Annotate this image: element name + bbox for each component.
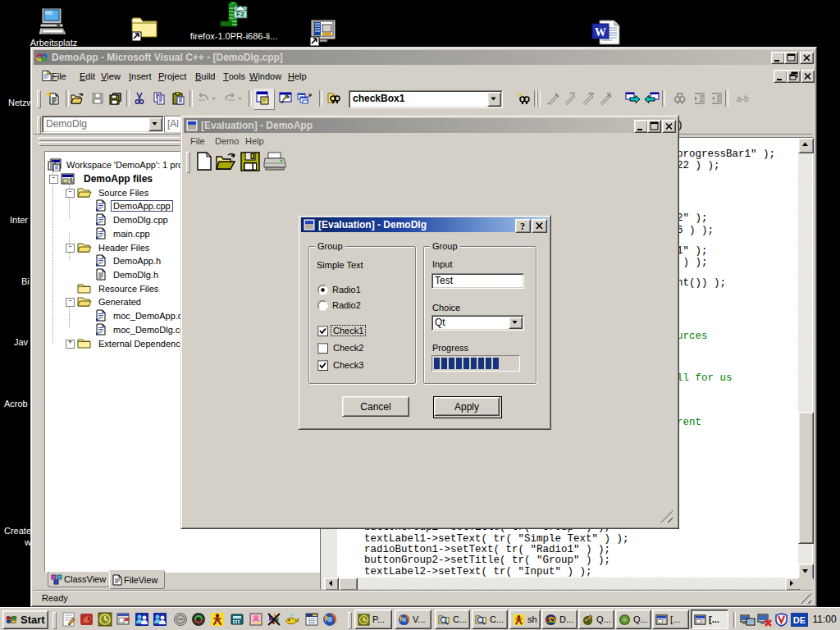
- desktop-icon-firefox-archive[interactable]: Fz firefox-1.0PR-i686-li...: [187, 2, 281, 41]
- quicklaunch-calculator[interactable]: [230, 612, 244, 627]
- vc-minimize-button[interactable]: [771, 52, 785, 64]
- radio1[interactable]: Radio1: [317, 284, 408, 296]
- scroll-left-button[interactable]: [324, 578, 339, 591]
- check3[interactable]: Check3: [317, 358, 408, 372]
- apply-button[interactable]: Apply: [433, 396, 502, 418]
- code-comment-fragment[interactable]: ll for us: [677, 373, 733, 384]
- tree-item-demoapp-h[interactable]: DemoApp.h: [95, 253, 162, 267]
- code-comment-fragment[interactable]: rent: [677, 418, 701, 428]
- menu-tools[interactable]: Tools: [223, 65, 245, 87]
- tree-item-generated[interactable]: Generated: [77, 294, 143, 308]
- task-button-10-active[interactable]: [...: [691, 609, 728, 629]
- goto-next-button[interactable]: [623, 89, 641, 107]
- resize-grip[interactable]: [800, 592, 811, 604]
- eval-minimize-button[interactable]: [634, 120, 648, 133]
- outdent-button[interactable]: [708, 89, 726, 107]
- start-button[interactable]: Start: [2, 610, 48, 629]
- open-file-button[interactable]: [68, 89, 86, 107]
- menu-build[interactable]: Build: [195, 65, 215, 87]
- eval-menu-help[interactable]: Help: [245, 133, 264, 149]
- dialog-titlebar[interactable]: [Evaluation] - DemoDlg ?: [301, 217, 548, 232]
- wizard-action-1-button[interactable]: [544, 89, 562, 107]
- mdi-close-button[interactable]: [801, 70, 815, 83]
- quicklaunch-fish[interactable]: [285, 612, 299, 627]
- code-fragment[interactable]: progressBar1" );: [677, 149, 775, 160]
- taskbar-grip[interactable]: [52, 612, 57, 629]
- indent-button[interactable]: [691, 89, 709, 107]
- code-fragment[interactable]: 6 ) );: [677, 226, 714, 236]
- find-button[interactable]: [670, 89, 688, 107]
- task-button-3[interactable]: C...: [435, 609, 470, 629]
- task-button-7[interactable]: Q...: [578, 609, 614, 629]
- object-id-combo[interactable]: checkBox1: [349, 90, 503, 108]
- menu-view[interactable]: View: [101, 65, 121, 87]
- desktop-icon-display[interactable]: [308, 19, 338, 46]
- check1[interactable]: Check1: [317, 324, 408, 338]
- tray-network-icon[interactable]: [740, 614, 756, 627]
- tray-network-error-icon[interactable]: [757, 614, 773, 627]
- class-combo[interactable]: DemoDlg: [42, 116, 164, 133]
- editor-hscrollbar[interactable]: [321, 578, 798, 589]
- check2[interactable]: Check2: [317, 341, 408, 355]
- menu-insert[interactable]: Insert: [129, 65, 152, 87]
- tree-item-moc-demodlg[interactable]: moc_DemoDlg.cp: [95, 322, 186, 336]
- tree-item-demoapp-cpp[interactable]: DemoApp.cpp: [95, 199, 173, 212]
- quicklaunch-form-window[interactable]: [116, 612, 131, 627]
- eval-titlebar[interactable]: [Evaluation] - DemoApp: [184, 118, 674, 133]
- menu-file[interactable]: File: [52, 65, 66, 87]
- find-in-files-button[interactable]: [324, 89, 342, 107]
- eval-save-button[interactable]: [239, 151, 262, 172]
- desktop-icon-word-doc[interactable]: W: [591, 20, 621, 45]
- quicklaunch-pinwheel[interactable]: [267, 612, 281, 627]
- eval-print-button[interactable]: [262, 151, 287, 172]
- goto-prev-button[interactable]: [641, 89, 660, 107]
- classview-tab[interactable]: ClassView: [48, 572, 110, 587]
- choice-combo[interactable]: Qt: [431, 315, 524, 331]
- menu-edit[interactable]: Edit: [80, 65, 95, 87]
- eval-menu-demo[interactable]: Demo: [215, 133, 239, 149]
- code-fragment[interactable]: 2" );: [677, 213, 708, 224]
- find-symbol-button[interactable]: ?: [514, 89, 532, 107]
- tree-item-header-files[interactable]: Header Files: [77, 240, 151, 254]
- quicklaunch-figure[interactable]: [210, 612, 225, 627]
- copy-button[interactable]: [150, 89, 168, 107]
- tree-item-external-dependencies[interactable]: External Dependencie: [77, 336, 189, 350]
- dialog-editor-button[interactable]: [253, 89, 275, 110]
- quicklaunch-dark-swirl[interactable]: [191, 612, 206, 627]
- radio2[interactable]: Radio2: [317, 299, 408, 312]
- dialog-close-button[interactable]: [532, 219, 547, 233]
- task-button-5[interactable]: sh: [509, 609, 541, 629]
- wizard-action-4-button[interactable]: [596, 89, 614, 107]
- dialog-help-button[interactable]: ?: [515, 219, 531, 233]
- taskbar-clock[interactable]: 11:00: [809, 608, 840, 630]
- quicklaunch-users-2[interactable]: [153, 612, 167, 627]
- quicklaunch-users-1[interactable]: [135, 612, 149, 627]
- input-field[interactable]: Test: [431, 273, 524, 289]
- menu-help[interactable]: Help: [288, 65, 307, 87]
- tree-item-main-cpp[interactable]: main.cpp: [95, 226, 152, 240]
- eval-new-button[interactable]: [194, 151, 215, 172]
- desktop-icon-folder[interactable]: [130, 13, 158, 41]
- save-all-button[interactable]: [106, 89, 124, 107]
- editor-vscrollbar[interactable]: [798, 138, 812, 578]
- tree-item-workspace-root[interactable]: Workspace 'DemoApp': 1 pro: [48, 158, 185, 171]
- wizard-action-2-button[interactable]: [561, 89, 579, 107]
- tree-expander[interactable]: -: [66, 298, 75, 307]
- task-button-9[interactable]: [...: [652, 609, 689, 629]
- tray-shield-icon[interactable]: [775, 613, 788, 627]
- vc-close-button[interactable]: [800, 52, 814, 64]
- toolbar-grip[interactable]: [186, 152, 190, 173]
- code-line[interactable]: buttonGroup2->setTitle( tr( "Group" ) );: [364, 555, 610, 566]
- task-button-6[interactable]: D...: [541, 609, 578, 629]
- toolbar-grip[interactable]: [37, 90, 41, 108]
- tree-item-demodlg-h[interactable]: DemoDlg.h: [95, 267, 160, 281]
- menu-project[interactable]: Project: [158, 65, 186, 87]
- eval-close-button[interactable]: [662, 120, 676, 133]
- desktop-icon-my-computer[interactable]: Arbeitsplatz: [35, 7, 72, 48]
- task-button-1[interactable]: P...: [354, 609, 392, 629]
- quicklaunch-text-editor[interactable]: [62, 612, 76, 627]
- mdi-restore-button[interactable]: [787, 70, 801, 83]
- toolbar-grip[interactable]: [37, 116, 41, 135]
- tree-item-resource-files[interactable]: Resource Files: [77, 281, 160, 295]
- taskbar-grip[interactable]: [348, 612, 352, 629]
